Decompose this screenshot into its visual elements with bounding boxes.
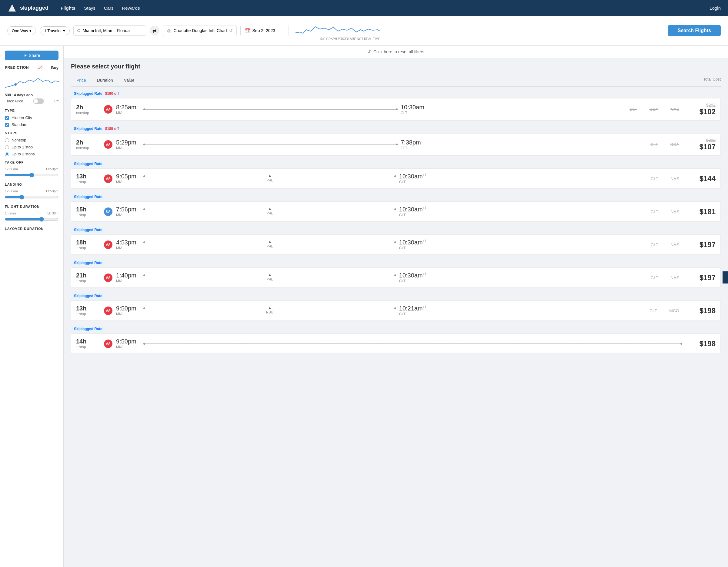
landing-min: 12:00am	[5, 189, 18, 193]
type-standard[interactable]: Standard	[5, 122, 58, 127]
flight-duration-2: 13h 1 stop	[76, 173, 100, 184]
duration-max: 5h 30m	[47, 212, 58, 215]
stop-1[interactable]: Up to 1 stop	[5, 145, 58, 149]
dep-2: 9:05pm MIA	[116, 173, 140, 184]
price-days: 14 days ago	[12, 93, 33, 97]
header-right: Login	[710, 5, 721, 11]
price-col-2: $144	[685, 175, 716, 183]
arr-6: 10:21am+1 CLT	[399, 305, 426, 316]
svg-marker-0	[8, 4, 16, 12]
sort-tabs: Price Duration Value Total Cost	[71, 75, 721, 87]
tab-duration[interactable]: Duration	[92, 75, 119, 86]
flight-row-0[interactable]: 2h nonstop AA 8:25am MIA	[71, 98, 721, 121]
landing-range-labels: 12:00am 11:59pm	[5, 189, 58, 193]
main-layout: ✈ Share PREDICTION 📈 Buy $30 14 days ago…	[0, 46, 728, 567]
extra-stop-5-1: NAS	[670, 275, 679, 280]
flight-duration-4: 18h 1 stop	[76, 239, 100, 250]
duration-slider[interactable]	[5, 217, 58, 222]
1stop-radio[interactable]	[5, 145, 9, 149]
traveler-dropdown[interactable]: 1 Traveler ▾	[40, 26, 70, 35]
extra-stops-2: CLT NAS	[426, 176, 685, 181]
nav-flights[interactable]: Flights	[61, 5, 75, 11]
price-col-4: $197	[685, 241, 716, 249]
sidebar: ✈ Share PREDICTION 📈 Buy $30 14 days ago…	[0, 46, 64, 567]
flight-row-7[interactable]: 14h 1 stop AA 9:50pm MIA	[71, 333, 721, 354]
flight-row-2[interactable]: 13h 1 stop AA 9:05pm MIA	[71, 169, 721, 189]
logo[interactable]: skiplagged	[7, 3, 48, 13]
extra-stop-0-2: NAS	[670, 107, 679, 112]
destination-refresh-icon[interactable]: ↺	[229, 28, 233, 33]
stop-2[interactable]: Up to 2 stops	[5, 152, 58, 156]
flight-row-6[interactable]: 13h 1 stop AA 9:50pm MIA	[71, 300, 721, 321]
search-flights-button[interactable]: Search Flights	[668, 25, 721, 36]
prediction-header: PREDICTION 📈 Buy	[5, 65, 58, 70]
duration-range-labels: 1h 26m 5h 30m	[5, 212, 58, 215]
track-price-toggle[interactable]	[33, 98, 44, 104]
extra-stops-0: CLT DCA NAS	[425, 107, 685, 112]
flight-row-4[interactable]: 18h 1 stop AA 4:53pm MIA	[71, 235, 721, 255]
swap-airports-button[interactable]: ⇄	[150, 26, 159, 35]
extra-stop-2-0: CLT	[651, 176, 658, 181]
extra-stop-2-1: NAS	[670, 176, 679, 181]
tab-value[interactable]: Value	[119, 75, 140, 86]
flight-badge-2: Skiplagged Rate	[71, 157, 721, 169]
flight-row-1[interactable]: 2h nonstop AA 5:29pm MIA	[71, 133, 721, 156]
arr-2: 10:30am+1 CLT	[399, 173, 426, 184]
origin-input-wrap[interactable]	[73, 25, 146, 36]
price-graph-area: LINE GRAPH PRICES ARE NOT REAL-TIME	[296, 21, 380, 41]
2stop-radio[interactable]	[5, 152, 9, 156]
skiplagged-badge-6: Skiplagged Rate	[71, 292, 105, 299]
airline-icon-1: AA	[104, 140, 112, 149]
nav-rewards[interactable]: Rewards	[122, 5, 140, 11]
nav-cars[interactable]: Cars	[104, 5, 114, 11]
destination-input[interactable]	[174, 28, 227, 33]
standard-checkbox[interactable]	[5, 123, 9, 127]
price-col-1: $292 $107	[685, 138, 716, 151]
takeoff-min: 12:00am	[5, 167, 18, 171]
extra-stops-3: CLT NAS	[426, 209, 685, 214]
main-nav: Flights Stays Cars Rewards	[61, 5, 140, 11]
reset-filters-bar[interactable]: ↺ Click here to reset all filters	[64, 46, 728, 58]
destination-input-wrap[interactable]: ◎ ↺	[163, 25, 237, 36]
main-content: ↺ Click here to reset all filters Please…	[64, 46, 728, 567]
stop-nonstop[interactable]: Nonstop	[5, 138, 58, 142]
skiplagged-badge-1: Skiplagged Rate $185 off	[71, 125, 122, 132]
price-col-6: $198	[685, 306, 716, 315]
airline-logo-4: AA	[104, 241, 112, 249]
extra-stop-0-0: CLT	[629, 107, 637, 112]
flight-line-4: PHL	[140, 242, 399, 248]
extra-stop-3-0: CLT	[651, 209, 658, 214]
flight-line-3: PHL	[140, 209, 399, 215]
extra-stop-0-1: DCA	[650, 107, 659, 112]
origin-input[interactable]	[83, 28, 142, 33]
dep-0: 8:25am MIA	[116, 104, 140, 115]
flight-row-5[interactable]: 21h 1 stop AA 1:40pm MIA	[71, 268, 721, 288]
hidden-city-checkbox[interactable]	[5, 116, 9, 120]
date-input-wrap[interactable]: 📅 Sep 2, 2023	[240, 25, 289, 36]
hidden-city-label: Hidden-City	[12, 115, 32, 120]
takeoff-slider[interactable]	[5, 173, 58, 178]
trip-type-dropdown[interactable]: One Way ▾	[7, 26, 36, 35]
landing-slider[interactable]	[5, 195, 58, 200]
tab-price[interactable]: Price	[71, 75, 92, 86]
login-button[interactable]: Login	[710, 5, 721, 11]
airline-icon-6: AA	[104, 306, 112, 315]
skiplagged-badge-7: Skiplagged Rate	[71, 325, 105, 332]
type-hidden-city[interactable]: Hidden-City	[5, 115, 58, 120]
flight-badge-7: Skiplagged Rate	[71, 322, 721, 333]
flight-badge-3: Skiplagged Rate	[71, 190, 721, 202]
price-chart	[5, 72, 58, 91]
extra-stop-1-1: DCA	[670, 142, 679, 147]
skiplagged-badge-4: Skiplagged Rate	[71, 227, 105, 233]
feedback-tab[interactable]: Feedback	[723, 272, 728, 284]
layover-section-title: LAYOVER DURATION	[5, 227, 58, 231]
share-button[interactable]: ✈ Share	[5, 51, 58, 60]
flight-badge-6: Skiplagged Rate	[71, 289, 721, 300]
nonstop-radio[interactable]	[5, 138, 9, 142]
nav-stays[interactable]: Stays	[84, 5, 95, 11]
traveler-label: 1 Traveler	[44, 28, 62, 33]
extra-stop-4-0: CLT	[651, 242, 658, 247]
arr-5: 10:30am+1 CLT	[399, 272, 426, 283]
buy-button[interactable]: Buy	[51, 65, 58, 70]
flight-row-3[interactable]: 15h 1 stop UA 7:56pm MIA	[71, 202, 721, 222]
